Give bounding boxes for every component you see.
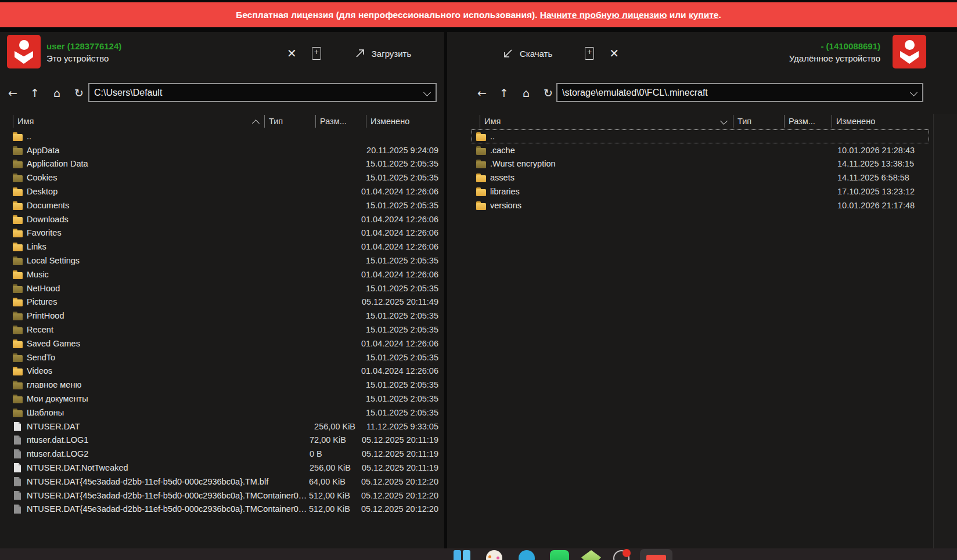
banner-text: Бесплатная лицензия (для непрофессиональ… — [236, 10, 540, 20]
anydesk-taskbar-icon[interactable] — [646, 555, 666, 560]
file-row[interactable]: .Wurst encryption14.11.2025 13:38:15 — [472, 157, 929, 171]
new-folder-button[interactable] — [585, 47, 594, 60]
green-square-app-icon[interactable] — [550, 550, 569, 560]
file-row[interactable]: NTUSER.DAT256,00 KiB11.12.2025 9:33:05 — [9, 420, 438, 433]
file-modified: 05.12.2025 20:11:19 — [362, 435, 438, 445]
column-size[interactable]: Разм... — [784, 115, 815, 128]
file-row[interactable]: PrintHood15.01.2025 2:05:35 — [9, 309, 438, 323]
column-name[interactable]: Имя — [13, 115, 34, 128]
file-row[interactable]: NTUSER.DAT.NotTweaked256,00 KiB05.12.202… — [9, 461, 438, 475]
file-row[interactable]: Favorites01.04.2024 12:26:06 — [9, 226, 438, 240]
banner-text: . — [718, 10, 721, 20]
file-row[interactable]: versions10.01.2026 21:17:48 — [472, 198, 929, 212]
file-row[interactable]: Шаблоны15.01.2025 2:05:35 — [9, 406, 438, 420]
file-modified: 01.04.2024 12:26:06 — [361, 215, 438, 224]
column-type[interactable]: Тип — [733, 115, 751, 128]
file-row[interactable]: NTUSER.DAT{45e3adad-d2bb-11ef-b5d0-000c2… — [9, 475, 438, 489]
banner-text: или — [667, 10, 689, 20]
remote-device-id: - (1410088691) — [789, 40, 880, 52]
file-row[interactable]: AppData20.11.2025 9:24:09 — [9, 143, 438, 157]
file-row[interactable]: Local Settings15.01.2025 2:05:35 — [9, 254, 438, 268]
file-row[interactable]: Desktop01.04.2024 12:26:06 — [9, 185, 438, 198]
column-modified[interactable]: Изменено — [832, 115, 875, 128]
file-row[interactable]: Pictures05.12.2025 20:11:49 — [9, 295, 438, 309]
file-modified: 15.01.2025 2:05:35 — [366, 159, 438, 168]
file-name: главное меню — [27, 380, 314, 389]
new-folder-button[interactable] — [312, 47, 321, 60]
file-row[interactable]: .cache10.01.2026 21:28:43 — [472, 143, 929, 157]
up-icon[interactable]: ↑ — [28, 86, 42, 99]
refresh-icon[interactable]: ↻ — [72, 86, 86, 99]
file-modified: 05.12.2025 20:11:19 — [362, 463, 438, 472]
file-icon — [13, 435, 23, 445]
column-name[interactable]: Имя — [480, 115, 501, 128]
file-row[interactable]: главное меню15.01.2025 2:05:35 — [9, 378, 438, 392]
column-type[interactable]: Тип — [264, 115, 283, 128]
download-button[interactable]: Скачать — [502, 47, 552, 60]
home-icon[interactable]: ⌂ — [519, 86, 533, 99]
back-icon[interactable]: ← — [475, 86, 489, 99]
file-row[interactable]: Cookies15.01.2025 2:05:35 — [9, 171, 438, 185]
file-row[interactable]: Downloads01.04.2024 12:26:06 — [9, 212, 438, 226]
file-row[interactable]: Links01.04.2024 12:26:06 — [9, 240, 438, 254]
folder-icon — [476, 187, 486, 196]
file-name: Application Data — [27, 159, 314, 168]
local-path-input[interactable] — [89, 84, 436, 101]
file-row[interactable]: Documents15.01.2025 2:05:35 — [9, 198, 438, 212]
file-modified: 05.12.2025 20:12:20 — [361, 477, 438, 486]
close-transfer-icon[interactable]: ✕ — [609, 48, 619, 59]
file-name: assets — [490, 173, 837, 182]
upload-button[interactable]: Загрузить — [354, 47, 412, 60]
file-row[interactable]: NTUSER.DAT{45e3adad-d2bb-11ef-b5d0-000c2… — [9, 489, 438, 503]
local-navbar: ← ↑ ⌂ ↻ — [6, 83, 94, 103]
blue-tiles-icon[interactable] — [454, 550, 470, 560]
file-size: 256,00 KiB — [310, 463, 362, 472]
file-name: .Wurst encryption — [490, 159, 837, 168]
file-row[interactable]: ntuser.dat.LOG20 B05.12.2025 20:11:19 — [9, 447, 438, 461]
file-row[interactable]: Мои документы15.01.2025 2:05:35 — [9, 392, 438, 406]
file-row[interactable]: SendTo15.01.2025 2:05:35 — [9, 351, 438, 364]
file-row[interactable]: Application Data15.01.2025 2:05:35 — [9, 157, 438, 171]
column-modified[interactable]: Изменено — [366, 115, 409, 128]
file-modified: 01.04.2024 12:26:06 — [361, 339, 438, 348]
file-name: PrintHood — [27, 311, 314, 320]
remote-path-input[interactable] — [557, 84, 922, 101]
remote-device-info: - (1410088691) Удалённое устройство — [789, 40, 880, 64]
buy-license-link[interactable]: купите — [689, 10, 718, 20]
folder-icon — [476, 146, 486, 155]
column-size[interactable]: Разм... — [315, 115, 347, 128]
sort-asc-icon — [252, 120, 260, 127]
file-row[interactable]: Videos01.04.2024 12:26:06 — [9, 364, 438, 378]
file-row[interactable]: ntuser.dat.LOG172,00 KiB05.12.2025 20:11… — [9, 433, 438, 447]
file-name: Music — [27, 270, 309, 279]
up-icon[interactable]: ↑ — [497, 86, 511, 99]
remote-device-panel: - (1410088691) Удалённое устройство Скач… — [447, 32, 957, 548]
file-name: .cache — [490, 146, 837, 155]
file-row[interactable]: libraries17.10.2025 13:23:12 — [472, 185, 929, 198]
file-icon — [13, 422, 23, 431]
file-row[interactable]: NTUSER.DAT{45e3adad-d2bb-11ef-b5d0-000c2… — [9, 503, 438, 516]
camera-record-icon[interactable] — [613, 550, 629, 560]
file-row[interactable]: NetHood15.01.2025 2:05:35 — [9, 281, 438, 295]
file-row[interactable]: .. — [472, 129, 929, 143]
file-row[interactable]: .. — [9, 129, 438, 143]
home-icon[interactable]: ⌂ — [50, 86, 64, 99]
file-modified: 10.01.2026 21:28:43 — [837, 146, 929, 155]
file-modified: 15.01.2025 2:05:35 — [366, 408, 438, 417]
file-modified: 17.10.2025 13:23:12 — [837, 187, 929, 196]
file-row[interactable]: Saved Games01.04.2024 12:26:06 — [9, 337, 438, 351]
file-name: NTUSER.DAT.NotTweaked — [27, 463, 310, 472]
file-modified: 20.11.2025 9:24:09 — [366, 146, 438, 155]
trial-license-link[interactable]: Начните пробную лицензию — [540, 10, 667, 20]
back-icon[interactable]: ← — [6, 86, 20, 99]
file-row[interactable]: assets14.11.2025 6:58:58 — [472, 171, 929, 185]
file-row[interactable]: Music01.04.2024 12:26:06 — [9, 268, 438, 281]
file-name: ntuser.dat.LOG1 — [27, 435, 310, 445]
folder-icon — [13, 311, 23, 320]
file-size: 512,00 KiB — [309, 504, 361, 514]
close-transfer-icon[interactable]: ✕ — [287, 48, 297, 59]
refresh-icon[interactable]: ↻ — [541, 86, 555, 99]
file-name: Recent — [27, 325, 314, 334]
file-row[interactable]: Recent15.01.2025 2:05:35 — [9, 323, 438, 337]
file-size: 512,00 KiB — [309, 491, 361, 500]
